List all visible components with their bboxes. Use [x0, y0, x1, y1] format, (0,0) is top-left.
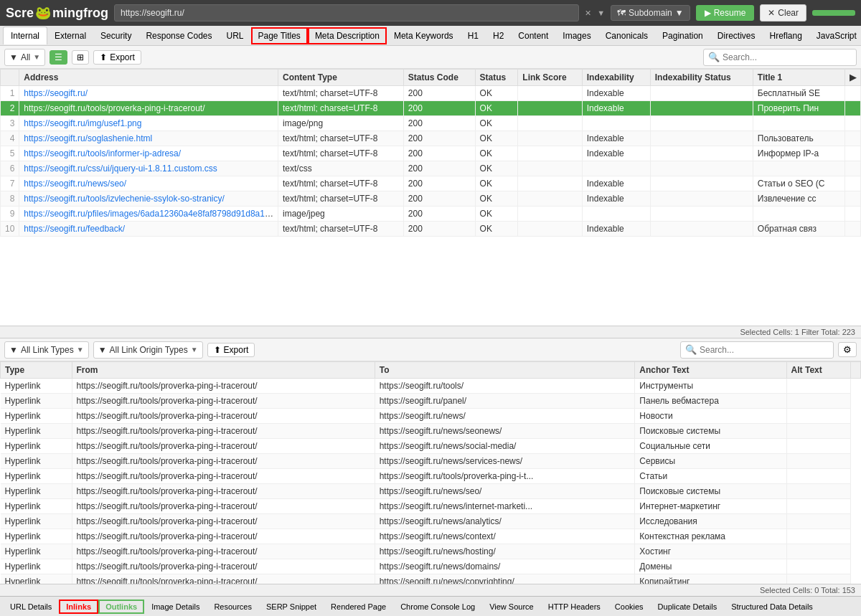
row-title1 [753, 207, 844, 222]
link-export-label: Export [224, 345, 249, 355]
link-table-row[interactable]: Hyperlink https://seogift.ru/tools/prove… [1, 574, 861, 584]
extra-button[interactable] [812, 10, 855, 16]
bottom-tab-rendered-page[interactable]: Rendered Page [324, 600, 393, 614]
link-table-row[interactable]: Hyperlink https://seogift.ru/tools/prove… [1, 454, 861, 469]
bottom-tab-structured-data-details[interactable]: Structured Data Details [724, 600, 820, 614]
table-row[interactable]: 6 https://seogift.ru/css/ui/jquery-ui-1.… [1, 161, 861, 176]
row-status-code: 200 [403, 222, 475, 237]
tab-images[interactable]: Images [555, 27, 598, 44]
link-table-row[interactable]: Hyperlink https://seogift.ru/tools/prove… [1, 439, 861, 454]
tab-security[interactable]: Security [93, 27, 138, 44]
table-row[interactable]: 4 https://seogift.ru/soglashenie.html te… [1, 131, 861, 146]
link-table-row[interactable]: Hyperlink https://seogift.ru/tools/prove… [1, 559, 861, 574]
table-row[interactable]: 9 https://seogift.ru/pfiles/images/6ada1… [1, 207, 861, 222]
tab-pagination[interactable]: Pagination [655, 27, 710, 44]
bottom-tab-chrome-console-log[interactable]: Chrome Console Log [393, 600, 482, 614]
address-link[interactable]: https://seogift.ru/css/ui/jquery-ui-1.8.… [24, 164, 217, 174]
link-from: https://seogift.ru/tools/proverka-ping-i… [72, 379, 375, 394]
link-export-button[interactable]: ⬆ Export [207, 343, 255, 357]
link-table-scroll[interactable]: Type From To Anchor Text Alt Text Hyperl… [0, 361, 861, 584]
tab-h2[interactable]: H2 [486, 27, 511, 44]
row-indexability-status [650, 176, 753, 191]
tab-meta-description[interactable]: Meta Description [308, 27, 387, 44]
tab-external[interactable]: External [47, 27, 93, 44]
filter-all-select[interactable]: ▼ All ▼ [4, 49, 45, 66]
tab-response-codes[interactable]: Response Codes [138, 27, 219, 44]
table-row[interactable]: 8 https://seogift.ru/tools/izvlechenie-s… [1, 191, 861, 207]
link-table-row[interactable]: Hyperlink https://seogift.ru/tools/prove… [1, 499, 861, 514]
tab-hreflang[interactable]: Hreflang [762, 27, 809, 44]
table-row[interactable]: 3 https://seogift.ru/img/usef1.png image… [1, 116, 861, 131]
resume-label: Resume [714, 8, 746, 18]
subdomain-button[interactable]: 🗺 Subdomain ▼ [611, 5, 690, 21]
address-link[interactable]: https://seogift.ru/pfiles/images/6ada123… [24, 209, 276, 219]
address-link[interactable]: https://seogift.ru/tools/izvlechenie-ssy… [24, 194, 224, 204]
chevron-icon: ▼ [675, 8, 684, 18]
link-to: https://seogift.ru/news/internet-marketi… [375, 499, 635, 514]
tab-internal[interactable]: Internal [3, 27, 47, 44]
address-link[interactable]: https://seogift.ru/tools/informer-ip-adr… [24, 148, 181, 158]
link-table-row[interactable]: Hyperlink https://seogift.ru/tools/prove… [1, 469, 861, 484]
link-table-row[interactable]: Hyperlink https://seogift.ru/tools/prove… [1, 514, 861, 529]
address-link[interactable]: https://seogift.ru/ [24, 88, 88, 98]
bottom-tab-image-details[interactable]: Image Details [144, 600, 207, 614]
link-filter-icon-button[interactable]: ⚙ [838, 342, 857, 357]
link-search-input[interactable] [700, 345, 829, 355]
tab-h1[interactable]: H1 [461, 27, 486, 44]
bottom-tab-view-source[interactable]: View Source [482, 600, 541, 614]
row-indexability: Indexable [582, 146, 650, 161]
link-to: https://seogift.ru/news/social-media/ [375, 439, 635, 454]
bottom-tab-http-headers[interactable]: HTTP Headers [541, 600, 608, 614]
link-type-filter[interactable]: ▼ All Link Types ▼ [4, 341, 89, 359]
table-row[interactable]: 10 https://seogift.ru/feedback/ text/htm… [1, 222, 861, 237]
table-row[interactable]: 2 https://seogift.ru/tools/proverka-ping… [1, 101, 861, 116]
tab-meta-keywords[interactable]: Meta Keywords [387, 27, 461, 44]
table-row[interactable]: 5 https://seogift.ru/tools/informer-ip-a… [1, 146, 861, 161]
address-link[interactable]: https://seogift.ru/news/seo/ [24, 179, 126, 189]
link-table-row[interactable]: Hyperlink https://seogift.ru/tools/prove… [1, 379, 861, 394]
bottom-tab-outlinks[interactable]: Outlinks [98, 600, 144, 614]
bottom-tabs: URL Details Inlinks Outlinks Image Detai… [0, 596, 861, 616]
resume-button[interactable]: ▶ Resume [696, 5, 755, 21]
clear-button[interactable]: ✕ Clear [760, 4, 806, 22]
link-col-scroll [851, 362, 861, 379]
bottom-tab-resources[interactable]: Resources [207, 600, 259, 614]
table-row[interactable]: 1 https://seogift.ru/ text/html; charset… [1, 86, 861, 101]
list-view-button[interactable]: ☰ [50, 50, 67, 65]
bottom-tab-url-details[interactable]: URL Details [3, 600, 59, 614]
link-origin-filter[interactable]: ▼ All Link Origin Types ▼ [93, 341, 203, 359]
bottom-tab-duplicate-details[interactable]: Duplicate Details [651, 600, 725, 614]
upper-table-scroll[interactable]: Address Content Type Status Code Status … [0, 69, 861, 326]
address-link[interactable]: https://seogift.ru/img/usef1.png [24, 118, 141, 128]
tab-directives[interactable]: Directives [710, 27, 763, 44]
tab-url[interactable]: URL [219, 27, 250, 44]
bottom-tab-inlinks[interactable]: Inlinks [59, 600, 98, 614]
tab-page-titles[interactable]: Page Titles [251, 27, 308, 44]
bottom-tab-cookies[interactable]: Cookies [608, 600, 651, 614]
tab-content[interactable]: Content [511, 27, 555, 44]
address-link[interactable]: https://seogift.ru/feedback/ [24, 224, 125, 234]
search-input[interactable] [723, 52, 852, 62]
tab-canonicals[interactable]: Canonicals [598, 27, 655, 44]
bottom-tab-serp-snippet[interactable]: SERP Snippet [259, 600, 324, 614]
address-link[interactable]: https://seogift.ru/tools/proverka-ping-i… [24, 103, 204, 113]
row-indexability-status [650, 222, 753, 237]
row-status: OK [475, 101, 518, 116]
link-table-row[interactable]: Hyperlink https://seogift.ru/tools/prove… [1, 529, 861, 544]
row-address: https://seogift.ru/pfiles/images/6ada123… [19, 207, 278, 222]
table-row[interactable]: 7 https://seogift.ru/news/seo/ text/html… [1, 176, 861, 191]
link-col-anchor: Anchor Text [635, 362, 786, 379]
url-input[interactable] [114, 4, 579, 22]
link-table-row[interactable]: Hyperlink https://seogift.ru/tools/prove… [1, 484, 861, 499]
link-table-row[interactable]: Hyperlink https://seogift.ru/tools/prove… [1, 544, 861, 559]
tree-view-button[interactable]: ⊞ [72, 50, 89, 65]
link-table-row[interactable]: Hyperlink https://seogift.ru/tools/prove… [1, 394, 861, 409]
link-table-row[interactable]: Hyperlink https://seogift.ru/tools/prove… [1, 424, 861, 439]
address-link[interactable]: https://seogift.ru/soglashenie.html [24, 133, 152, 143]
link-to: https://seogift.ru/news/analytics/ [375, 514, 635, 529]
tab-javascript[interactable]: JavaScript [809, 27, 861, 44]
row-num: 5 [1, 146, 19, 161]
export-button[interactable]: ⬆ Export [93, 50, 141, 65]
link-table-row[interactable]: Hyperlink https://seogift.ru/tools/prove… [1, 409, 861, 424]
col-address: Address [19, 70, 278, 86]
